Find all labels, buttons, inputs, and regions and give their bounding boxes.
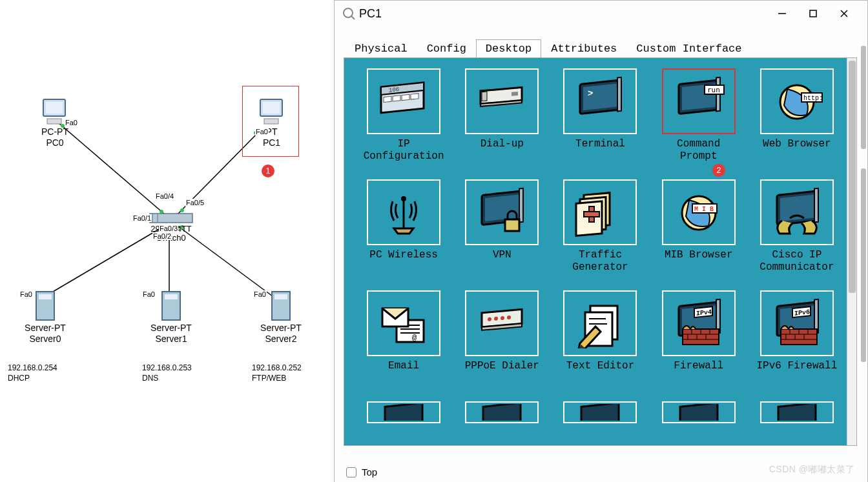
pc-wireless-icon xyxy=(367,179,440,245)
scrollbar-thumb[interactable] xyxy=(849,61,856,293)
app-label: Email xyxy=(388,360,419,386)
app-label: IPv6 Firewall xyxy=(756,360,837,386)
topology-canvas[interactable]: PC-PT PC0 Fa0 PT PC1 Fa0 1 2960-24TT Swi… xyxy=(0,0,333,482)
interface-label: Fa0 xyxy=(255,128,269,136)
traffic-generator-icon xyxy=(563,179,637,245)
top-label: Top xyxy=(362,467,377,477)
pc1-window: PC1 Physical Config Desktop Attributes C… xyxy=(334,0,868,482)
interface-label: Fa0 xyxy=(65,119,78,126)
maximize-button[interactable] xyxy=(798,1,829,26)
svg-text:@: @ xyxy=(412,334,417,343)
app-web-browser[interactable]: http:Web Browser xyxy=(754,68,840,164)
svg-rect-29 xyxy=(274,294,287,299)
pc-icon xyxy=(255,97,289,126)
vpn-icon xyxy=(465,179,539,245)
svg-rect-122 xyxy=(385,404,422,421)
app-partial[interactable] xyxy=(557,401,643,423)
app-label: Text Editor xyxy=(566,360,635,386)
scrollbar-thumb[interactable] xyxy=(861,46,866,149)
top-checkbox[interactable] xyxy=(346,467,356,477)
svg-rect-16 xyxy=(46,102,63,114)
app-dial-up[interactable]: Dial-up xyxy=(459,68,544,164)
svg-rect-45 xyxy=(512,92,518,96)
svg-text:http:: http: xyxy=(803,95,823,102)
svg-text:run: run xyxy=(707,86,720,94)
app-mib-browser[interactable]: M I BMIB Browser xyxy=(656,179,741,275)
app-grid: 106IP ConfigurationDial-up>TerminalrunCo… xyxy=(344,58,856,430)
app-partial[interactable] xyxy=(361,401,446,423)
device-type: Server-PT xyxy=(136,323,207,334)
annotation-server1: 192.168.0.253 DNS xyxy=(142,363,192,383)
svg-rect-123 xyxy=(483,404,521,421)
app-terminal[interactable]: >Terminal xyxy=(557,68,643,164)
app-label: Traffic Generator xyxy=(572,249,628,275)
app-label: Firewall xyxy=(674,360,723,386)
app-pppoe-dialer[interactable]: PPPoE Dialer xyxy=(459,290,544,386)
annotation-ip: 192.168.0.252 xyxy=(252,363,302,374)
app-partial[interactable] xyxy=(754,401,840,423)
port-label: Fa0/5 xyxy=(185,199,205,206)
svg-rect-27 xyxy=(165,294,178,299)
tab-physical[interactable]: Physical xyxy=(345,39,417,57)
svg-rect-75 xyxy=(814,188,818,223)
app-cisco-ip-communicator[interactable]: Cisco IP Communicator xyxy=(754,179,840,275)
app-command-prompt[interactable]: runCommand Prompt xyxy=(656,68,741,164)
scrollbar-vertical[interactable] xyxy=(847,58,857,445)
tab-attributes[interactable]: Attributes xyxy=(541,39,626,57)
terminal-icon: > xyxy=(563,68,637,134)
outer-scrollbar[interactable] xyxy=(861,46,867,433)
scrollbar-thumb[interactable] xyxy=(861,168,866,362)
annotation-ip: 192.168.0.253 xyxy=(142,363,192,374)
svg-point-60 xyxy=(401,196,406,201)
svg-rect-69 xyxy=(584,212,599,217)
app-partial[interactable] xyxy=(656,401,741,423)
svg-point-30 xyxy=(344,8,353,17)
app-text-editor[interactable]: Text Editor xyxy=(557,290,643,386)
app-email[interactable]: @Email xyxy=(361,290,446,386)
tab-custom-interface[interactable]: Custom Interface xyxy=(626,39,751,57)
device-type: Server-PT xyxy=(10,323,81,334)
app-label: Dial-up xyxy=(480,138,524,164)
svg-rect-112 xyxy=(814,299,818,334)
svg-text:106: 106 xyxy=(389,86,399,94)
annotation-ip: 192.168.0.254 xyxy=(8,363,57,374)
app-label: PPPoE Dialer xyxy=(465,360,539,386)
firewall-icon: IPv4 xyxy=(662,290,736,356)
close-button[interactable] xyxy=(829,1,860,26)
svg-rect-126 xyxy=(778,404,816,421)
port-label: Fa0/4 xyxy=(155,192,174,200)
titlebar[interactable]: PC1 xyxy=(335,1,867,26)
tab-desktop[interactable]: Desktop xyxy=(476,39,541,57)
tab-config[interactable]: Config xyxy=(417,39,476,57)
svg-rect-17 xyxy=(47,119,61,124)
svg-rect-125 xyxy=(680,404,718,421)
app-label: MIB Browser xyxy=(665,249,733,275)
app-firewall[interactable]: IPv4Firewall xyxy=(656,290,741,386)
svg-rect-41 xyxy=(411,94,418,99)
partial-icon xyxy=(760,401,834,423)
server-icon xyxy=(32,289,58,323)
annotation-role: FTP/WEB xyxy=(252,374,302,384)
app-pc-wireless[interactable]: PC Wireless xyxy=(361,179,446,275)
app-label: PC Wireless xyxy=(369,249,438,275)
svg-rect-25 xyxy=(39,294,52,299)
svg-rect-50 xyxy=(617,77,621,112)
minimize-button[interactable] xyxy=(767,1,798,26)
app-partial[interactable] xyxy=(459,401,544,423)
cisco-ip-communicator-icon xyxy=(760,179,834,245)
app-ipv6-firewall[interactable]: IPv6IPv6 Firewall xyxy=(754,290,840,386)
app-vpn[interactable]: VPN xyxy=(459,179,544,275)
web-browser-icon: http: xyxy=(760,68,834,134)
window-title: PC1 xyxy=(359,7,382,21)
device-pc1[interactable]: PT PC1 xyxy=(244,97,299,148)
svg-rect-19 xyxy=(263,102,280,114)
svg-rect-21 xyxy=(150,214,192,223)
server-icon xyxy=(268,289,294,323)
annotation-badge-2: 2 xyxy=(712,164,725,177)
app-ip-configuration[interactable]: 106IP Configuration xyxy=(361,68,446,164)
svg-text:M I B: M I B xyxy=(694,206,714,213)
partial-icon xyxy=(367,401,440,423)
interface-label: Fa0 xyxy=(253,290,267,298)
app-label: IP Configuration xyxy=(364,138,444,164)
app-traffic-generator[interactable]: Traffic Generator xyxy=(557,179,643,275)
